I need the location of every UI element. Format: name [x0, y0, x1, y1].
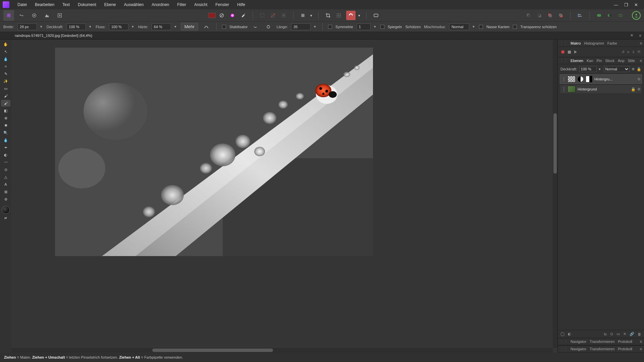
shape-tool[interactable]: △ — [1, 174, 10, 180]
menu-bearbeiten[interactable]: Bearbeiten — [31, 0, 58, 9]
gradient-tool[interactable]: ◐ — [1, 152, 10, 158]
macro-list-icon[interactable]: ≡ — [627, 50, 629, 54]
tab-stile[interactable]: Stile — [628, 59, 635, 63]
hardness-input[interactable] — [152, 23, 171, 30]
flow-input[interactable] — [109, 23, 128, 30]
blur-tool[interactable]: 💧 — [1, 137, 10, 143]
color-well[interactable] — [2, 206, 10, 214]
quickmask-dropdown[interactable]: ▾ — [309, 11, 314, 20]
layer-lock-icon[interactable]: 🔒 — [637, 67, 641, 71]
blendmode-select[interactable] — [449, 23, 469, 30]
grip-icon[interactable]: ⋮⋮ — [560, 59, 567, 63]
menu-ebene[interactable]: Ebene — [100, 0, 120, 9]
pen-tool[interactable]: ✒ — [1, 144, 10, 151]
layer-visible-dot[interactable] — [638, 78, 640, 80]
symmetry-checkbox[interactable] — [328, 25, 332, 29]
visibility-toggle[interactable]: ⋮ — [561, 76, 566, 82]
symmetry-dropdown[interactable]: ▾ — [373, 23, 377, 30]
grip-icon[interactable]: ⋮⋮ — [560, 340, 567, 344]
layer-delete-button[interactable]: 🗑 — [638, 332, 641, 336]
swap-colors[interactable]: ⇄ — [1, 215, 10, 221]
layer-link-button[interactable]: 🔗 — [630, 332, 634, 336]
tab-transformieren[interactable]: Transformieren — [590, 347, 614, 351]
export-persona[interactable] — [54, 10, 65, 21]
layer-group-button[interactable]: ▭ — [616, 332, 620, 336]
length-input[interactable] — [291, 23, 311, 30]
layer-thumbnail[interactable] — [568, 76, 576, 82]
tab-protokoll[interactable]: Protokoll — [618, 340, 632, 344]
invert-selection-button[interactable] — [279, 11, 288, 20]
h-scroll-thumb[interactable] — [152, 349, 273, 352]
alpha-checkbox[interactable] — [513, 25, 517, 29]
macro-export-icon[interactable]: ⇱ — [638, 50, 641, 54]
paint-brush-tool[interactable]: 🖌 — [1, 100, 10, 107]
liquify-persona[interactable] — [16, 10, 27, 21]
layer-mask-button[interactable]: ◯ — [560, 332, 565, 336]
text-tool[interactable]: A — [1, 181, 10, 188]
photo-persona[interactable] — [3, 10, 14, 21]
layer-row[interactable]: ⋮ Hintergru... — [560, 74, 642, 84]
panel-options-icon[interactable]: ≡ — [640, 340, 642, 344]
document-tab[interactable]: raindrops-574971_1920.jpg [Geändert] (64… — [11, 32, 96, 39]
mask-thumbnail[interactable] — [586, 76, 592, 82]
move-back-button[interactable] — [524, 11, 533, 20]
tab-histogramm[interactable]: Histogramm — [584, 41, 604, 45]
brush-tool[interactable]: 🖌 — [1, 93, 10, 99]
visibility-toggle[interactable]: ⋮ — [561, 86, 566, 92]
stop-button[interactable] — [568, 51, 571, 54]
hardness-dropdown[interactable]: ▾ — [173, 23, 177, 30]
macro-import-icon[interactable]: ⇩ — [632, 50, 635, 54]
boolean-subtract[interactable] — [605, 11, 614, 20]
tab-protokoll[interactable]: Protokoll — [618, 347, 632, 351]
swatch-foreground[interactable] — [208, 13, 216, 18]
mesh-tool[interactable]: ⊞ — [1, 188, 10, 195]
menu-hilfe[interactable]: Hilfe — [233, 0, 249, 9]
tone-persona[interactable] — [42, 10, 52, 21]
width-input[interactable] — [17, 23, 37, 30]
layer-visible-dot[interactable] — [638, 88, 640, 90]
minimize-icon[interactable]: — — [614, 2, 618, 7]
stabilizer-checkbox[interactable] — [222, 25, 226, 29]
grip-icon[interactable]: ⋮⋮ — [560, 41, 567, 45]
canvas[interactable] — [11, 40, 557, 353]
flood-select-tool[interactable]: ✨ — [1, 78, 10, 84]
panel-options-icon[interactable]: ≡ — [640, 347, 642, 351]
tab-navigator[interactable]: Navigator — [571, 340, 586, 344]
menu-auswaehlen[interactable]: Auswählen — [120, 0, 148, 9]
clone-tool[interactable]: ⊕ — [1, 115, 10, 121]
layer-opacity-input[interactable] — [579, 66, 597, 72]
layer-adjust-button[interactable]: ◐ — [568, 332, 571, 336]
maximize-icon[interactable]: ❐ — [624, 2, 628, 7]
lock-icon[interactable]: 🔒 — [631, 87, 636, 92]
macro-reset-icon[interactable]: ↺ — [622, 50, 625, 54]
move-tool[interactable]: ↖ — [1, 48, 10, 55]
v-scroll-thumb[interactable] — [553, 113, 557, 174]
erase-tool[interactable]: ◧ — [1, 107, 10, 114]
marquee-tool[interactable]: ▭ — [1, 85, 10, 92]
move-forward-one-button[interactable] — [556, 11, 566, 20]
menu-dokument[interactable]: Dokument — [74, 0, 100, 9]
tab-stock[interactable]: Stock — [605, 59, 614, 63]
tab-ebenen[interactable]: Ebenen — [571, 59, 583, 63]
selection-brush-tool[interactable]: ✎ — [1, 70, 10, 77]
menu-datei[interactable]: Datei — [13, 0, 31, 9]
blendmode-dropdown[interactable]: ▾ — [472, 23, 476, 30]
layer-live-button[interactable]: ⊙ — [610, 332, 613, 336]
tab-anp[interactable]: Anp — [618, 59, 625, 63]
tab-farbe[interactable]: Farbe — [607, 41, 617, 45]
rope-mode-button[interactable] — [251, 22, 260, 32]
boolean-add[interactable] — [594, 11, 604, 20]
layer-add-button[interactable]: ✕ — [623, 332, 626, 336]
grid-toggle[interactable] — [334, 11, 343, 20]
window-mode-button[interactable] — [264, 22, 273, 32]
more-button[interactable]: Mehr — [181, 23, 198, 31]
deselect-button[interactable] — [268, 11, 278, 20]
document-close-icon[interactable]: ✕ — [630, 33, 637, 38]
healing-tool[interactable]: ⊙ — [1, 166, 10, 173]
account-button[interactable] — [632, 11, 641, 20]
develop-persona[interactable] — [29, 10, 40, 21]
assistant-dropdown[interactable]: ▾ — [357, 11, 362, 20]
layer-blend-select[interactable]: Normal — [604, 66, 630, 72]
dodge-tool[interactable]: 🔍 — [1, 129, 10, 136]
inpainting-tool[interactable]: ✺ — [1, 122, 10, 129]
